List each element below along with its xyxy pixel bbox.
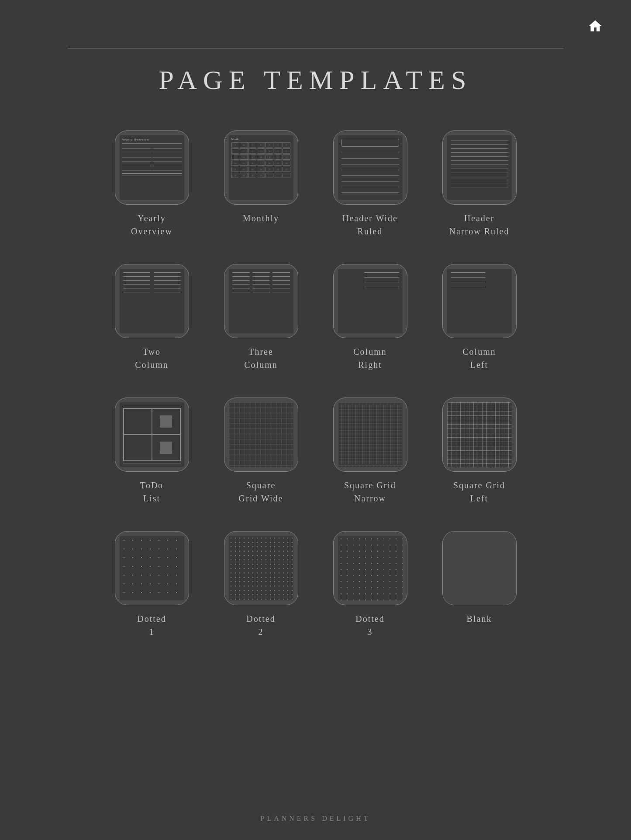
monthly-thumb: Month: SMT WTF S 12 345 6 789 101112 13 <box>224 130 298 205</box>
three-column-thumb <box>224 264 298 338</box>
blank-thumb <box>442 531 517 605</box>
template-yearly-overview[interactable]: Yearly Overview YearlyOverview <box>115 130 189 238</box>
square-grid-narrow-thumb <box>333 398 407 472</box>
template-blank[interactable]: Blank <box>442 531 517 638</box>
template-three-column[interactable]: ThreeColumn <box>224 264 298 371</box>
template-square-grid-narrow[interactable]: Square GridNarrow <box>333 398 407 505</box>
template-header-narrow-ruled[interactable]: HeaderNarrow Ruled <box>442 130 517 238</box>
dotted-1-label: Dotted1 <box>137 612 166 638</box>
dotted-3-label: Dotted3 <box>355 612 384 638</box>
square-grid-wide-thumb <box>224 398 298 472</box>
page-title: PAGE TEMPLATES <box>0 65 631 96</box>
two-column-thumb <box>115 264 189 338</box>
column-right-thumb <box>333 264 407 338</box>
dotted-3-thumb <box>333 531 407 605</box>
home-icon <box>587 18 603 34</box>
square-grid-narrow-label: Square GridNarrow <box>344 479 396 505</box>
column-left-thumb <box>442 264 517 338</box>
yearly-overview-thumb: Yearly Overview <box>115 130 189 205</box>
header-wide-ruled-label: Header WideRuled <box>342 212 398 238</box>
two-column-label: TwoColumn <box>135 345 168 371</box>
header-narrow-ruled-thumb <box>442 130 517 205</box>
template-header-wide-ruled[interactable]: Header WideRuled <box>333 130 407 238</box>
header-narrow-ruled-label: HeaderNarrow Ruled <box>449 212 510 238</box>
template-column-left[interactable]: ColumnLeft <box>442 264 517 371</box>
home-button[interactable] <box>586 17 605 36</box>
three-column-label: ThreeColumn <box>244 345 277 371</box>
templates-grid: Yearly Overview YearlyOverview <box>0 130 631 638</box>
dotted-2-label: Dotted2 <box>246 612 275 638</box>
template-two-column[interactable]: TwoColumn <box>115 264 189 371</box>
square-grid-left-thumb <box>442 398 517 472</box>
column-left-label: ColumnLeft <box>462 345 496 371</box>
dotted-1-thumb <box>115 531 189 605</box>
yearly-overview-label: YearlyOverview <box>131 212 172 238</box>
template-square-grid-wide[interactable]: SquareGrid Wide <box>224 398 298 505</box>
column-right-label: ColumnRight <box>353 345 386 371</box>
square-grid-wide-label: SquareGrid Wide <box>239 479 283 505</box>
todo-list-thumb <box>115 398 189 472</box>
todo-list-label: ToDoList <box>140 479 163 505</box>
footer-text: PLANNERS DELIGHT <box>0 815 631 823</box>
template-dotted-3[interactable]: Dotted3 <box>333 531 407 638</box>
template-dotted-1[interactable]: Dotted1 <box>115 531 189 638</box>
template-todo-list[interactable]: ToDoList <box>115 398 189 505</box>
template-column-right[interactable]: ColumnRight <box>333 264 407 371</box>
square-grid-left-label: Square GridLeft <box>453 479 505 505</box>
dotted-2-thumb <box>224 531 298 605</box>
template-dotted-2[interactable]: Dotted2 <box>224 531 298 638</box>
monthly-label: Monthly <box>243 212 279 225</box>
header-wide-ruled-thumb <box>333 130 407 205</box>
template-monthly[interactable]: Month: SMT WTF S 12 345 6 789 101112 13 <box>224 130 298 238</box>
header-divider <box>68 48 563 48</box>
template-square-grid-left[interactable]: Square GridLeft <box>442 398 517 505</box>
blank-label: Blank <box>467 612 492 625</box>
